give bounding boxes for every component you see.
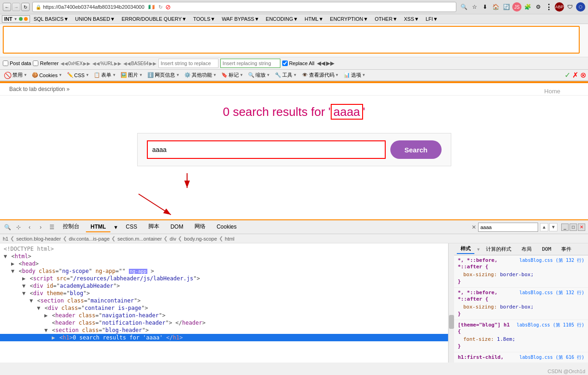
tb2-css[interactable]: ✏️ CSS ▼: [65, 72, 91, 79]
tb2-source[interactable]: 👁️ 查看源代码 ▼: [300, 71, 341, 79]
html-line-head[interactable]: ▶ <head>: [0, 260, 448, 267]
html-toggle-div-theme[interactable]: ▼: [22, 290, 25, 296]
menu-html[interactable]: HTML▼: [302, 15, 326, 23]
tb2-image[interactable]: 🖼️ 图片 ▼: [119, 71, 145, 79]
settings-icon[interactable]: ⚙: [533, 2, 543, 12]
extensions-icon[interactable]: 🧩: [523, 2, 532, 12]
devtools-toggle-btn[interactable]: 🔍: [3, 223, 12, 232]
forward-button[interactable]: →: [12, 3, 20, 11]
html-line-div-academy[interactable]: ▼ <div id="academyLabHeader">: [0, 282, 448, 290]
html-toggle-h1[interactable]: ▶: [52, 334, 55, 341]
home-icon[interactable]: 🏠: [491, 2, 500, 12]
sync-icon[interactable]: 🔄: [502, 2, 511, 12]
html-line-header-nav[interactable]: ▶ <header class="navigation-header">: [0, 312, 448, 319]
html-line-div-theme[interactable]: ▼ <div theme="blog">: [0, 290, 448, 297]
tab-html[interactable]: HTML: [86, 222, 110, 232]
tab-network[interactable]: 网络: [190, 221, 210, 233]
hex0x-btn[interactable]: ◀◀ 0xHEX ▶▶: [61, 61, 91, 66]
shield-icon[interactable]: 🛡: [565, 2, 575, 12]
html-line-header-notif[interactable]: ▶ <header class="notification-header"> <…: [0, 319, 448, 327]
referrer-checkbox[interactable]: [33, 60, 38, 66]
devtools-close-btn[interactable]: ✕: [578, 224, 585, 231]
insert-replace-input[interactable]: [158, 59, 218, 68]
tab-console[interactable]: 控制台: [58, 221, 84, 233]
tb2-disable[interactable]: 🚫 禁用 ▼: [2, 71, 29, 79]
home-link[interactable]: Home: [544, 88, 560, 95]
menu-xss[interactable]: XSS▼: [401, 15, 422, 23]
menu-lfi[interactable]: LFI▼: [423, 15, 441, 23]
html-toggle-header-nav[interactable]: ▶: [44, 312, 48, 319]
check-icon[interactable]: ✓: [564, 71, 570, 79]
devtools-expand-btn[interactable]: □: [570, 224, 577, 231]
address-bar[interactable]: 🔒 https://0a7400eb03744afb803194b2003400…: [32, 2, 456, 12]
styles-dropdown[interactable]: ▼: [477, 247, 479, 252]
devtools-min-btn[interactable]: _: [561, 224, 569, 231]
back-link[interactable]: Back to lab description »: [0, 83, 588, 96]
back-button[interactable]: ←: [3, 3, 11, 11]
bc-html[interactable]: html: [225, 236, 235, 242]
html-dropdown-btn[interactable]: ▼: [112, 224, 119, 231]
search-prev-btn[interactable]: ▲: [540, 223, 548, 231]
devtools-fwd-btn[interactable]: ›: [36, 223, 45, 232]
bc-section-blog[interactable]: section.blog-header: [16, 236, 61, 242]
menu-encryption[interactable]: ENCRYPTION▼: [327, 15, 371, 23]
html-toggle-html[interactable]: ▼: [4, 253, 7, 260]
search-icon[interactable]: 🔍: [459, 2, 468, 12]
tb2-form[interactable]: 📋 表单 ▼: [92, 71, 118, 79]
styles-tab-dom[interactable]: DOM: [538, 245, 555, 253]
refresh-button[interactable]: ↻: [21, 3, 30, 11]
replace-all-checkbox[interactable]: [282, 60, 288, 66]
html-toggle-script[interactable]: ▶: [22, 275, 25, 282]
html-line-h1[interactable]: ▶ <h1>0 search results for 'aaaa' </h1>: [0, 334, 448, 341]
extension-icon[interactable]: ⬡: [576, 2, 585, 12]
tb2-pageinfo[interactable]: ℹ️ 网页信息 ▼: [145, 71, 182, 79]
html-toggle-body[interactable]: ▼: [11, 268, 14, 274]
devtools-search-input[interactable]: [478, 223, 538, 232]
insert-replacing-input[interactable]: [220, 59, 280, 68]
url-pct-btn[interactable]: ◀◀ %URL ▶▶: [92, 61, 121, 66]
search-field[interactable]: [147, 140, 386, 159]
styles-tab-events[interactable]: 事件: [558, 245, 575, 254]
account-avatar[interactable]: JS: [512, 2, 521, 12]
post-data-checkbox-label[interactable]: Post data: [3, 60, 31, 66]
styles-tab-layout[interactable]: 布局: [518, 245, 535, 254]
referrer-checkbox-label[interactable]: Referrer: [33, 60, 58, 66]
html-toggle-section-blog[interactable]: ▼: [44, 327, 48, 333]
scrollbar-thumb[interactable]: [449, 315, 454, 329]
html-toggle-section-main[interactable]: ▼: [30, 297, 33, 304]
search-next-btn[interactable]: ▼: [549, 223, 558, 231]
styles-tab-styles[interactable]: 样式: [457, 244, 474, 254]
tb2-other[interactable]: ⚙️ 其他功能 ▼: [182, 71, 218, 79]
star-icon[interactable]: ☆: [470, 2, 479, 12]
replace-all-checkbox-label[interactable]: Replace All: [282, 60, 315, 66]
menu-tools[interactable]: TOOLS▼: [190, 15, 218, 23]
bc-div-conta[interactable]: div.conta...is-page: [69, 236, 109, 242]
x-red-icon[interactable]: ✗: [572, 71, 578, 79]
tb2-zoom[interactable]: 🔍 缩放 ▼: [246, 71, 272, 79]
tab-dom[interactable]: DOM: [166, 222, 188, 232]
left-arrow-btn[interactable]: ◀◀: [316, 60, 326, 67]
bc-div[interactable]: div: [170, 236, 176, 242]
html-line-div-container[interactable]: ▼ <div class="container is-page">: [0, 304, 448, 312]
menu-sql-basics[interactable]: SQL BASICS▼: [31, 15, 72, 23]
html-toggle-div-academy[interactable]: ▼: [22, 283, 25, 289]
tab-css[interactable]: CSS: [121, 222, 142, 232]
bc-h1[interactable]: h1: [3, 236, 8, 242]
devtools-tree-btn[interactable]: ☰: [47, 223, 56, 232]
right-arrow-btn[interactable]: ▶▶: [326, 60, 335, 67]
styles-tab-computed[interactable]: 计算的样式: [482, 245, 515, 254]
html-panel-scrollbar[interactable]: [449, 243, 454, 363]
html-line-html[interactable]: ▼ <html>: [0, 253, 448, 260]
post-data-checkbox[interactable]: [3, 60, 8, 66]
menu-other[interactable]: OTHER▼: [372, 15, 400, 23]
menu-waf-bypass[interactable]: WAF BYPASS▼: [219, 15, 262, 23]
url-textarea[interactable]: [3, 26, 580, 54]
download-icon[interactable]: ⬇: [480, 2, 490, 12]
search-button[interactable]: Search: [390, 140, 441, 159]
menu-error-double[interactable]: ERROR/DOUBLE QUERY▼: [119, 15, 189, 23]
html-line-section-blog[interactable]: ▼ <section class="blog-header">: [0, 327, 448, 334]
html-line-body[interactable]: ▼ <body class="ng-scope" ng-app="" ng-ap…: [0, 267, 448, 275]
menu-union-based[interactable]: UNION BASED▼: [73, 15, 118, 23]
html-line-script[interactable]: ▶ <script src="/resources/labheader/js/l…: [0, 275, 448, 282]
abp-icon[interactable]: ABP: [555, 2, 564, 12]
